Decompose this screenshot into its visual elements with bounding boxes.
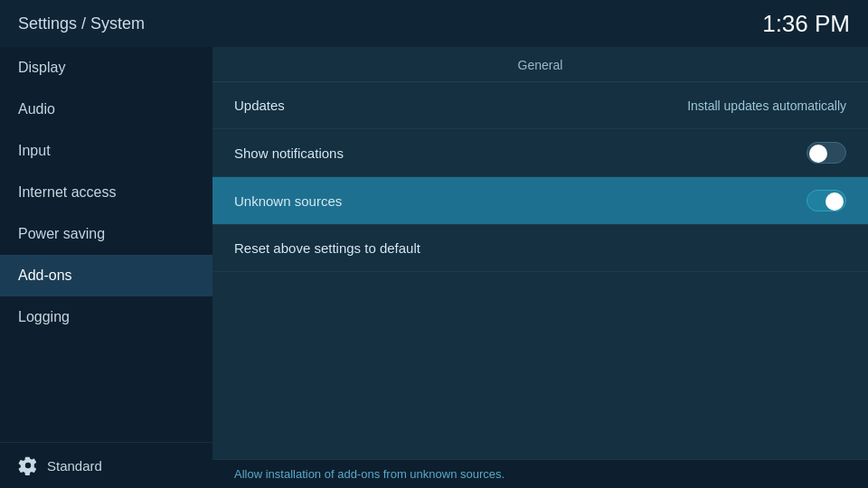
setting-label-reset-settings: Reset above settings to default bbox=[234, 240, 420, 256]
sidebar-item-add-ons[interactable]: Add-ons bbox=[0, 255, 212, 296]
profile-label: Standard bbox=[47, 458, 102, 474]
setting-row-reset-settings[interactable]: Reset above settings to default bbox=[212, 225, 868, 272]
setting-row-show-notifications[interactable]: Show notifications bbox=[212, 129, 868, 177]
settings-list: UpdatesInstall updates automaticallyShow… bbox=[212, 82, 868, 459]
content-area: General UpdatesInstall updates automatic… bbox=[212, 47, 868, 488]
toggle-show-notifications[interactable] bbox=[807, 142, 846, 164]
toggle-knob-show-notifications bbox=[809, 145, 827, 163]
sidebar-item-input[interactable]: Input bbox=[0, 130, 212, 172]
setting-row-updates[interactable]: UpdatesInstall updates automatically bbox=[212, 82, 868, 129]
setting-value-updates: Install updates automatically bbox=[687, 99, 846, 113]
sidebar-item-audio[interactable]: Audio bbox=[0, 89, 212, 130]
footer-text: Allow installation of add-ons from unkno… bbox=[234, 467, 505, 481]
page-title: Settings / System bbox=[18, 14, 145, 33]
footer-bar: Allow installation of add-ons from unkno… bbox=[212, 459, 868, 488]
sidebar-item-logging[interactable]: Logging bbox=[0, 296, 212, 338]
setting-label-unknown-sources: Unknown sources bbox=[234, 193, 342, 209]
sidebar-footer: Standard bbox=[0, 442, 212, 488]
header: Settings / System 1:36 PM bbox=[0, 0, 868, 47]
sidebar-item-power-saving[interactable]: Power saving bbox=[0, 213, 212, 255]
main-layout: DisplayAudioInputInternet accessPower sa… bbox=[0, 47, 868, 488]
clock: 1:36 PM bbox=[762, 10, 850, 38]
setting-row-unknown-sources[interactable]: Unknown sources bbox=[212, 177, 868, 225]
toggle-knob-unknown-sources bbox=[826, 192, 844, 211]
sidebar-item-display[interactable]: Display bbox=[0, 47, 212, 89]
gear-icon bbox=[18, 455, 38, 475]
toggle-unknown-sources[interactable] bbox=[807, 190, 846, 211]
sidebar-nav: DisplayAudioInputInternet accessPower sa… bbox=[0, 47, 212, 442]
setting-label-show-notifications: Show notifications bbox=[234, 145, 344, 161]
setting-label-updates: Updates bbox=[234, 98, 285, 113]
section-header: General bbox=[212, 47, 868, 82]
sidebar-item-internet-access[interactable]: Internet access bbox=[0, 172, 212, 213]
sidebar: DisplayAudioInputInternet accessPower sa… bbox=[0, 47, 212, 488]
